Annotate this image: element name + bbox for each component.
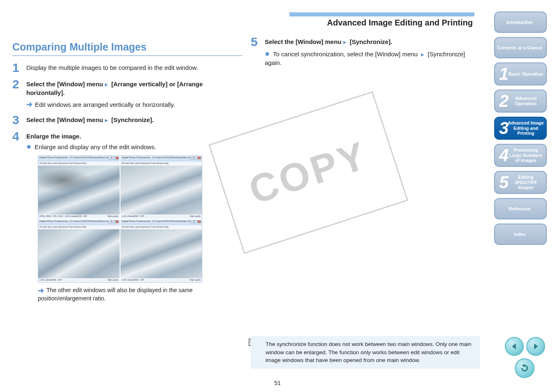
nav-chapter-4[interactable]: 4 Processing Large Numbers of Images: [494, 144, 547, 167]
menu-arrow-icon: [342, 38, 348, 45]
step-number: 4: [12, 130, 21, 143]
nav-label: Advanced Operation: [507, 96, 546, 106]
nav-label: Basic Operation: [509, 71, 545, 77]
next-page-button[interactable]: [526, 337, 545, 356]
step-text-post: [Synchronize].: [348, 38, 393, 45]
result-arrow-icon: ➜: [26, 100, 32, 108]
nav-label: Processing Large Numbers of Images: [507, 148, 546, 163]
nav-number: 3: [499, 118, 509, 138]
nav-number: 5: [499, 173, 509, 192]
window-statusbar: [4752, 3042] < 476, 2413 > 1.6% | AdobeR…: [38, 214, 120, 219]
nav-label: Contents at a Glance: [497, 45, 543, 51]
nav-chapter-2[interactable]: 2 Advanced Operation: [494, 90, 547, 113]
image-area: [38, 229, 120, 278]
step-text-post: [Synchronize].: [110, 116, 154, 123]
menu-arrow-icon: [103, 81, 110, 88]
triangle-left-icon: [510, 342, 519, 351]
nav-chapter-5[interactable]: 5 Editing JPEG/TIFF Images: [494, 171, 547, 194]
window-statusbar: 1.6% | AdobeRGB : OFFHigh quality: [120, 278, 202, 282]
note-box: The synchronize function does not work b…: [251, 336, 480, 369]
section-title: Comparing Multiple Images: [12, 41, 243, 56]
four-window-screenshot: Digital Photo Professional - [C:\Users\C…: [38, 155, 243, 283]
window-menubar: File Edit View Label Adjustment Tools Wi…: [120, 161, 202, 166]
return-button[interactable]: [515, 358, 534, 378]
edit-window-pane: Digital Photo Professional - [C:\Users\C…: [120, 156, 202, 219]
window-buttons: [108, 220, 119, 223]
step-1: 1 Display the multiple images to be comp…: [12, 62, 243, 74]
nav-index[interactable]: Index: [494, 224, 547, 245]
step-number: 1: [12, 62, 21, 74]
step-text: Display the multiple images to be compar…: [26, 62, 243, 72]
nav-number: 4: [499, 145, 509, 165]
step-3: 3 Select the [Window] menu [Synchronize]…: [12, 114, 243, 126]
window-menubar: File Edit View Label Adjustment Tools Wi…: [120, 225, 202, 229]
step-text-pre: Select the [Window] menu: [265, 38, 342, 45]
pager: [505, 337, 545, 356]
window-menubar: File Edit View Label Adjustment Tools Wi…: [38, 225, 120, 229]
step-5: 5 Select the [Window] menu [Synchronize]…: [251, 36, 473, 67]
window-statusbar: 1.6% | AdobeRGB : OFFHigh quality: [38, 278, 120, 282]
step-4-caption: ➜The other edit windows will also be dis…: [38, 286, 243, 302]
prev-page-button[interactable]: [505, 337, 524, 356]
nav-number: 1: [499, 64, 509, 84]
step-text: Enlarge the image.: [26, 133, 81, 140]
edit-window-pane: Digital Photo Professional - [C:\Users\C…: [38, 156, 120, 219]
page-header: Advanced Image Editing and Printing: [251, 18, 473, 28]
window-titlebar: Digital Photo Professional - [C:\Users\C…: [120, 156, 202, 161]
step-bullet-pre: To cancel synchronization, select the [W…: [273, 51, 418, 58]
window-buttons: [108, 157, 119, 159]
triangle-right-icon: [531, 342, 540, 351]
step-2: 2 Select the [Window] menu [Arrange vert…: [12, 78, 243, 110]
nav-chapter-1[interactable]: 1 Basic Operation: [494, 62, 547, 85]
menu-arrow-icon: [103, 116, 110, 123]
page-number: 51: [274, 380, 281, 386]
window-buttons: [190, 220, 201, 223]
result-arrow-icon: ➜: [38, 286, 44, 295]
window-buttons: [190, 157, 201, 159]
nav-chapter-3[interactable]: 3 Advanced Image Editing and Printing: [494, 117, 547, 140]
nav-label: Reference: [509, 206, 532, 212]
nav-number: 2: [499, 91, 509, 111]
menu-arrow-icon: [419, 51, 426, 58]
nav-introduction[interactable]: Introduction: [494, 12, 547, 33]
nav-label: Index: [514, 232, 527, 237]
image-area: [38, 166, 120, 214]
bullet-icon: ●: [26, 142, 31, 151]
window-titlebar: Digital Photo Professional - [C:\Users\C…: [120, 219, 202, 225]
step-sub: Enlarge and display any of the edit wind…: [35, 143, 156, 150]
edit-window-pane: Digital Photo Professional - [C:\Users\C…: [120, 219, 202, 282]
window-titlebar: Digital Photo Professional - [C:\Users\C…: [38, 219, 120, 225]
window-menubar: File Edit View Label Adjustment Tools Wi…: [38, 161, 120, 166]
window-statusbar: 1.6% | AdobeRGB : OFFHigh quality: [120, 214, 202, 219]
step-number: 2: [12, 78, 21, 90]
header-accent-bar: [289, 12, 474, 16]
step-number: 5: [251, 36, 260, 48]
step-text-pre: Select the [Window] menu: [26, 116, 103, 123]
step-text-pre: Select the [Window] menu: [26, 81, 103, 88]
step-number: 3: [12, 114, 21, 126]
nav-contents[interactable]: Contents at a Glance: [494, 37, 547, 58]
sidebar-nav: Introduction Contents at a Glance 1 Basi…: [494, 12, 547, 245]
window-titlebar: Digital Photo Professional - [C:\Users\C…: [38, 156, 120, 161]
nav-label: Introduction: [506, 20, 534, 25]
nav-label: Advanced Image Editing and Printing: [507, 120, 546, 136]
edit-window-pane: Digital Photo Professional - [C:\Users\C…: [38, 219, 120, 282]
nav-label: Editing JPEG/TIFF Images: [507, 175, 546, 190]
bullet-icon: ●: [265, 49, 270, 58]
step-4: 4 Enlarge the image. ●Enlarge and displa…: [12, 130, 243, 151]
left-column: Comparing Multiple Images 1 Display the …: [12, 41, 243, 302]
image-area: [120, 229, 202, 278]
image-area: [120, 166, 202, 214]
nav-reference[interactable]: Reference: [494, 198, 547, 219]
right-column: Advanced Image Editing and Printing 5 Se…: [251, 12, 473, 71]
return-arrow-icon: [519, 363, 530, 374]
step-result: Edit windows are arranged vertically or …: [35, 101, 175, 108]
